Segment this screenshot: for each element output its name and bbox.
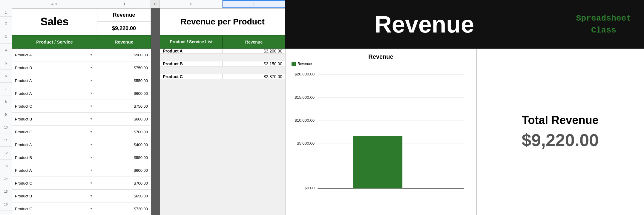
- row-num-5: 5: [0, 57, 12, 70]
- dropdown-icon-15[interactable]: ▼: [90, 182, 94, 185]
- revenue-amount: $9,220.00: [97, 22, 151, 35]
- cell-a6[interactable]: Product B ▼: [12, 61, 97, 74]
- col-a-sort-icon[interactable]: ▼: [55, 3, 58, 6]
- table-row: Product A ▼ $600.00: [12, 87, 151, 100]
- table-row: Product B ▼ $600.00: [12, 113, 151, 126]
- col-a-label: A: [51, 2, 54, 6]
- product-service-list-label: Product / Service List: [170, 39, 212, 44]
- revenue-17: $720.00: [134, 207, 148, 211]
- revenue-16: $650.00: [134, 194, 148, 198]
- dropdown-icon-7[interactable]: ▼: [90, 79, 94, 82]
- table-row: Product C ▼ $750.00: [12, 100, 151, 113]
- row-num-14: 14: [0, 172, 12, 185]
- cell-a5[interactable]: Product A ▼: [12, 49, 97, 61]
- revenue-per-product-label: Revenue per Product: [180, 17, 265, 27]
- chart-legend: Revenue: [292, 62, 470, 66]
- cell-b15: $700.00: [97, 177, 151, 189]
- dropdown-icon-16[interactable]: ▼: [90, 194, 94, 197]
- revenue-label: Revenue: [113, 12, 135, 18]
- dropdown-icon-5[interactable]: ▼: [90, 53, 94, 56]
- table-row: Product A ▼ $550.00: [12, 74, 151, 87]
- col-e-label: E: [253, 2, 255, 6]
- revenue-11: $700.00: [134, 130, 148, 134]
- table-row: Product B ▼ $750.00: [12, 61, 151, 74]
- product-a13: Product B: [15, 155, 90, 160]
- cell-a8[interactable]: Product A ▼: [12, 87, 97, 100]
- dropdown-icon-8[interactable]: ▼: [90, 92, 94, 95]
- revenue-8: $600.00: [134, 91, 148, 96]
- svg-text:$9,220.00: $9,220.00: [369, 130, 387, 135]
- cell-b10: $600.00: [97, 113, 151, 125]
- svg-text:$20,000.00: $20,000.00: [295, 72, 315, 76]
- total-revenue-value: $9,220.00: [522, 130, 599, 150]
- row-num-11: 11: [0, 134, 12, 147]
- legend-color-box: [292, 62, 296, 66]
- col-header-a[interactable]: A ▼: [12, 0, 97, 8]
- revenue-banner-label: Revenue: [375, 11, 474, 38]
- cell-a14[interactable]: Product A ▼: [12, 164, 97, 177]
- dropdown-icon-6[interactable]: ▼: [90, 66, 94, 69]
- table-row: Product B ▼ $550.00: [12, 151, 151, 164]
- spreadsheet-class-label: SpreadsheetClass: [563, 0, 644, 49]
- dropdown-icon-12[interactable]: ▼: [90, 143, 94, 146]
- revenue-chart: Revenue Revenue $20,000.00 $15,000.00 $1…: [285, 49, 476, 215]
- col-header-e[interactable]: E: [223, 0, 285, 8]
- table-row: Product A ▼ $400.00: [12, 138, 151, 151]
- bar-revenue: [353, 136, 402, 188]
- revenue-col-header: Revenue: [97, 35, 151, 49]
- cell-a17[interactable]: Product C ▼: [12, 202, 97, 215]
- col-c-label: C: [154, 2, 157, 6]
- product-a17: Product C: [15, 207, 90, 211]
- cell-a11[interactable]: Product C ▼: [12, 126, 97, 138]
- cell-a9[interactable]: Product C ▼: [12, 100, 97, 112]
- row-num-9: 9: [0, 108, 12, 121]
- col-header-d[interactable]: D: [160, 0, 223, 8]
- cell-a13[interactable]: Product B ▼: [12, 151, 97, 164]
- product-a7: Product A: [15, 78, 90, 83]
- revenue-5: $500.00: [134, 53, 148, 57]
- product-summary-name-6: Product B: [160, 61, 223, 66]
- product-service-header: Product / Service: [12, 35, 97, 49]
- row-num-6: 6: [0, 70, 12, 83]
- dropdown-icon-17[interactable]: ▼: [90, 207, 94, 210]
- chart-svg-wrapper: $20,000.00 $15,000.00 $10,000.00 $5,000.…: [292, 69, 470, 194]
- revenue-summary-col-label: Revenue: [245, 40, 263, 44]
- revenue-total-header: $9,220.00: [112, 25, 136, 32]
- cell-a10[interactable]: Product B ▼: [12, 113, 97, 125]
- cell-a7[interactable]: Product A ▼: [12, 74, 97, 87]
- cell-a15[interactable]: Product C ▼: [12, 177, 97, 189]
- revenue-14: $600.00: [134, 168, 148, 173]
- product-summary-row-5: Product A $3,200.00: [160, 49, 285, 54]
- product-summary-name-5: Product A: [160, 49, 223, 53]
- cell-b12: $400.00: [97, 138, 151, 151]
- dropdown-icon-9[interactable]: ▼: [90, 105, 94, 108]
- table-row: Product A ▼ $500.00: [12, 49, 151, 61]
- ab-data-rows: Product A ▼ $500.00 Product B ▼ $750.00 …: [12, 49, 151, 215]
- svg-text:$10,000.00: $10,000.00: [295, 118, 315, 123]
- revenue-banner: Revenue SpreadsheetClass: [285, 0, 644, 49]
- table-row: Product C ▼ $700.00: [12, 126, 151, 138]
- row-num-3: 3: [0, 30, 12, 44]
- chart-title: Revenue: [292, 53, 470, 60]
- cell-b5: $500.00: [97, 49, 151, 61]
- col-c-divider: [151, 8, 160, 215]
- cell-a12[interactable]: Product A ▼: [12, 138, 97, 151]
- product-summary-row-7: Product C $2,870.00: [160, 74, 285, 79]
- cell-a16[interactable]: Product B ▼: [12, 190, 97, 202]
- dropdown-icon-14[interactable]: ▼: [90, 169, 94, 172]
- col-header-b[interactable]: B: [97, 0, 151, 8]
- svg-text:$5,000.00: $5,000.00: [297, 141, 315, 146]
- cell-b17: $720.00: [97, 202, 151, 215]
- row-num-16: 16: [0, 198, 12, 211]
- col-header-c[interactable]: C: [151, 0, 160, 8]
- revenue-banner-text: Revenue: [285, 0, 563, 49]
- total-revenue-label: Total Revenue: [522, 114, 599, 127]
- dropdown-icon-10[interactable]: ▼: [90, 117, 94, 120]
- dropdown-icon-11[interactable]: ▼: [90, 130, 94, 133]
- dropdown-icon-13[interactable]: ▼: [90, 156, 94, 159]
- product-service-list-header: Product / Service List: [160, 35, 223, 49]
- revenue-12: $400.00: [134, 143, 148, 147]
- row-num-8: 8: [0, 95, 12, 108]
- row-num-12: 12: [0, 147, 12, 160]
- revenue-6: $750.00: [134, 66, 148, 70]
